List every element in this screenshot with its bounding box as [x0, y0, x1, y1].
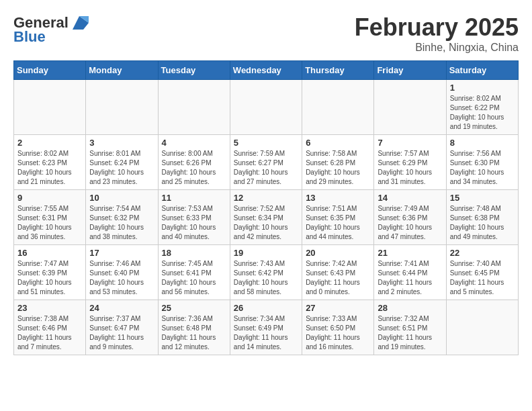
calendar-cell: 25Sunrise: 7:36 AM Sunset: 6:48 PM Dayli…: [158, 300, 230, 355]
day-info: Sunrise: 7:43 AM Sunset: 6:42 PM Dayligh…: [234, 259, 298, 297]
day-number: 11: [162, 193, 226, 203]
calendar-cell: [86, 80, 158, 135]
calendar-cell: 28Sunrise: 7:32 AM Sunset: 6:51 PM Dayli…: [374, 300, 446, 355]
day-info: Sunrise: 8:02 AM Sunset: 6:22 PM Dayligh…: [450, 94, 515, 132]
day-number: 28: [378, 303, 442, 313]
calendar-cell: 8Sunrise: 7:56 AM Sunset: 6:30 PM Daylig…: [446, 135, 518, 190]
day-info: Sunrise: 7:49 AM Sunset: 6:36 PM Dayligh…: [378, 204, 442, 242]
calendar-cell: 6Sunrise: 7:58 AM Sunset: 6:28 PM Daylig…: [302, 135, 374, 190]
day-number: 25: [162, 303, 226, 313]
calendar-cell: 16Sunrise: 7:47 AM Sunset: 6:39 PM Dayli…: [14, 245, 86, 300]
calendar-cell: [302, 80, 374, 135]
day-info: Sunrise: 7:47 AM Sunset: 6:39 PM Dayligh…: [17, 259, 82, 297]
logo-icon: [70, 13, 89, 32]
calendar-cell: 17Sunrise: 7:46 AM Sunset: 6:40 PM Dayli…: [86, 245, 158, 300]
calendar-cell: 1Sunrise: 8:02 AM Sunset: 6:22 PM Daylig…: [446, 80, 518, 135]
day-info: Sunrise: 7:56 AM Sunset: 6:30 PM Dayligh…: [450, 149, 515, 187]
day-info: Sunrise: 8:00 AM Sunset: 6:26 PM Dayligh…: [162, 149, 226, 187]
weekday-header-saturday: Saturday: [446, 61, 518, 80]
day-info: Sunrise: 7:34 AM Sunset: 6:49 PM Dayligh…: [234, 314, 298, 352]
calendar-cell: 5Sunrise: 7:59 AM Sunset: 6:27 PM Daylig…: [230, 135, 302, 190]
day-number: 2: [17, 138, 82, 148]
day-info: Sunrise: 8:01 AM Sunset: 6:24 PM Dayligh…: [89, 149, 154, 187]
calendar-cell: 27Sunrise: 7:33 AM Sunset: 6:50 PM Dayli…: [302, 300, 374, 355]
day-number: 1: [450, 83, 515, 93]
weekday-header-monday: Monday: [86, 61, 158, 80]
calendar-cell: [158, 80, 230, 135]
day-number: 26: [234, 303, 298, 313]
calendar-cell: [14, 80, 86, 135]
day-number: 9: [17, 193, 82, 203]
calendar-cell: 18Sunrise: 7:45 AM Sunset: 6:41 PM Dayli…: [158, 245, 230, 300]
calendar-title: February 2025: [355, 13, 519, 42]
day-info: Sunrise: 7:38 AM Sunset: 6:46 PM Dayligh…: [17, 314, 82, 352]
day-number: 7: [378, 138, 442, 148]
week-row-4: 16Sunrise: 7:47 AM Sunset: 6:39 PM Dayli…: [14, 245, 519, 300]
day-number: 17: [89, 248, 154, 258]
day-number: 4: [162, 138, 226, 148]
page-header: General Blue February 2025 Binhe, Ningxi…: [13, 13, 519, 54]
day-number: 24: [89, 303, 154, 313]
day-info: Sunrise: 7:36 AM Sunset: 6:48 PM Dayligh…: [162, 314, 226, 352]
day-number: 16: [17, 248, 82, 258]
logo: General Blue: [13, 13, 87, 46]
day-info: Sunrise: 7:52 AM Sunset: 6:34 PM Dayligh…: [234, 204, 298, 242]
day-info: Sunrise: 7:58 AM Sunset: 6:28 PM Dayligh…: [306, 149, 370, 187]
calendar-cell: 14Sunrise: 7:49 AM Sunset: 6:36 PM Dayli…: [374, 190, 446, 245]
week-row-1: 1Sunrise: 8:02 AM Sunset: 6:22 PM Daylig…: [14, 80, 519, 135]
week-row-2: 2Sunrise: 8:02 AM Sunset: 6:23 PM Daylig…: [14, 135, 519, 190]
calendar-cell: 7Sunrise: 7:57 AM Sunset: 6:29 PM Daylig…: [374, 135, 446, 190]
day-number: 20: [306, 248, 370, 258]
week-row-5: 23Sunrise: 7:38 AM Sunset: 6:46 PM Dayli…: [14, 300, 519, 355]
day-number: 8: [450, 138, 515, 148]
calendar-cell: [446, 300, 518, 355]
day-info: Sunrise: 7:40 AM Sunset: 6:45 PM Dayligh…: [450, 259, 515, 297]
day-number: 5: [234, 138, 298, 148]
calendar-cell: 26Sunrise: 7:34 AM Sunset: 6:49 PM Dayli…: [230, 300, 302, 355]
day-number: 6: [306, 138, 370, 148]
day-number: 13: [306, 193, 370, 203]
day-info: Sunrise: 7:37 AM Sunset: 6:47 PM Dayligh…: [89, 314, 154, 352]
calendar-table: SundayMondayTuesdayWednesdayThursdayFrid…: [13, 60, 519, 355]
day-info: Sunrise: 8:02 AM Sunset: 6:23 PM Dayligh…: [17, 149, 82, 187]
day-number: 27: [306, 303, 370, 313]
day-number: 15: [450, 193, 515, 203]
calendar-cell: 9Sunrise: 7:55 AM Sunset: 6:31 PM Daylig…: [14, 190, 86, 245]
calendar-cell: 19Sunrise: 7:43 AM Sunset: 6:42 PM Dayli…: [230, 245, 302, 300]
day-info: Sunrise: 7:53 AM Sunset: 6:33 PM Dayligh…: [162, 204, 226, 242]
logo-blue: Blue: [13, 28, 46, 46]
calendar-cell: 21Sunrise: 7:41 AM Sunset: 6:44 PM Dayli…: [374, 245, 446, 300]
calendar-cell: 4Sunrise: 8:00 AM Sunset: 6:26 PM Daylig…: [158, 135, 230, 190]
calendar-cell: [230, 80, 302, 135]
day-number: 12: [234, 193, 298, 203]
day-number: 18: [162, 248, 226, 258]
calendar-cell: 12Sunrise: 7:52 AM Sunset: 6:34 PM Dayli…: [230, 190, 302, 245]
week-row-3: 9Sunrise: 7:55 AM Sunset: 6:31 PM Daylig…: [14, 190, 519, 245]
day-info: Sunrise: 7:32 AM Sunset: 6:51 PM Dayligh…: [378, 314, 442, 352]
calendar-cell: 2Sunrise: 8:02 AM Sunset: 6:23 PM Daylig…: [14, 135, 86, 190]
day-info: Sunrise: 7:48 AM Sunset: 6:38 PM Dayligh…: [450, 204, 515, 242]
weekday-header-friday: Friday: [374, 61, 446, 80]
day-info: Sunrise: 7:55 AM Sunset: 6:31 PM Dayligh…: [17, 204, 82, 242]
calendar-cell: 11Sunrise: 7:53 AM Sunset: 6:33 PM Dayli…: [158, 190, 230, 245]
weekday-header-row: SundayMondayTuesdayWednesdayThursdayFrid…: [14, 61, 519, 80]
day-info: Sunrise: 7:42 AM Sunset: 6:43 PM Dayligh…: [306, 259, 370, 297]
calendar-cell: 3Sunrise: 8:01 AM Sunset: 6:24 PM Daylig…: [86, 135, 158, 190]
day-info: Sunrise: 7:59 AM Sunset: 6:27 PM Dayligh…: [234, 149, 298, 187]
calendar-subtitle: Binhe, Ningxia, China: [355, 42, 519, 54]
calendar-cell: 15Sunrise: 7:48 AM Sunset: 6:38 PM Dayli…: [446, 190, 518, 245]
weekday-header-wednesday: Wednesday: [230, 61, 302, 80]
day-number: 21: [378, 248, 442, 258]
weekday-header-sunday: Sunday: [14, 61, 86, 80]
calendar-cell: [374, 80, 446, 135]
day-number: 23: [17, 303, 82, 313]
weekday-header-tuesday: Tuesday: [158, 61, 230, 80]
day-number: 3: [89, 138, 154, 148]
day-info: Sunrise: 7:45 AM Sunset: 6:41 PM Dayligh…: [162, 259, 226, 297]
day-number: 19: [234, 248, 298, 258]
day-info: Sunrise: 7:57 AM Sunset: 6:29 PM Dayligh…: [378, 149, 442, 187]
calendar-cell: 24Sunrise: 7:37 AM Sunset: 6:47 PM Dayli…: [86, 300, 158, 355]
day-number: 14: [378, 193, 442, 203]
calendar-cell: 22Sunrise: 7:40 AM Sunset: 6:45 PM Dayli…: [446, 245, 518, 300]
calendar-cell: 13Sunrise: 7:51 AM Sunset: 6:35 PM Dayli…: [302, 190, 374, 245]
